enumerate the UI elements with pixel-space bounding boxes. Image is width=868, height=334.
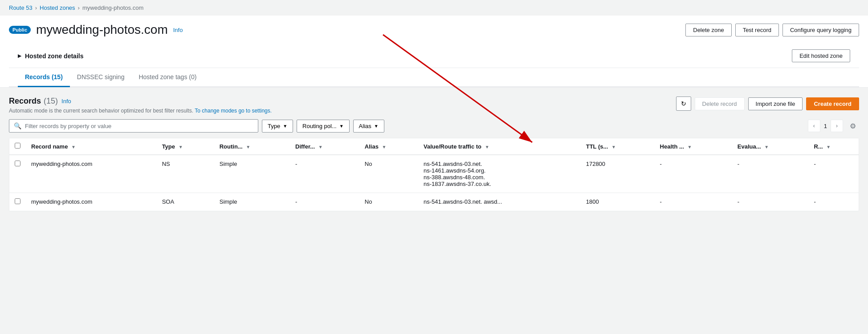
row-evalua: - [732, 193, 809, 211]
type-filter-label: Type [268, 123, 280, 129]
col-value[interactable]: Value/Route traffic to ▼ [418, 138, 581, 155]
col-health[interactable]: Health ... ▼ [655, 138, 732, 155]
row-evalua: - [732, 155, 809, 193]
page-header: Public mywedding-photos.com Info Delete … [0, 16, 868, 88]
records-count: (15) [44, 97, 58, 106]
search-icon: 🔍 [14, 122, 21, 129]
col-differ[interactable]: Differ... ▼ [290, 138, 359, 155]
row-differ: - [290, 193, 359, 211]
sort-evalua-icon: ▼ [764, 145, 769, 149]
sort-differ-icon: ▼ [318, 145, 323, 149]
test-record-button[interactable]: Test record [735, 24, 779, 36]
sort-alias-icon: ▼ [382, 145, 387, 149]
public-badge: Public [9, 26, 31, 34]
row-checkbox-0[interactable] [15, 161, 20, 166]
table-row: mywedding-photos.com SOA Simple - No ns-… [9, 193, 859, 211]
create-record-button[interactable]: Create record [806, 97, 859, 110]
refresh-button[interactable]: ↻ [676, 97, 691, 111]
row-alias: No [359, 193, 418, 211]
sort-r-icon: ▼ [826, 145, 831, 149]
records-table: Record name ▼ Type ▼ Routin... ▼ Differ.… [9, 138, 859, 211]
tab-dnssec[interactable]: DNSSEC signing [70, 68, 132, 87]
sort-value-icon: ▼ [485, 145, 489, 149]
row-value: ns-541.awsdns-03.net. awsd... [418, 193, 581, 211]
col-type[interactable]: Type ▼ [157, 138, 214, 155]
prev-page-button[interactable]: ‹ [808, 120, 820, 132]
routing-filter-label: Routing pol... [302, 123, 337, 129]
records-table-container: Record name ▼ Type ▼ Routin... ▼ Differ.… [9, 138, 859, 211]
breadcrumb-current: mywedding-photos.com [82, 4, 143, 11]
header-buttons: Delete zone Test record Configure query … [685, 24, 859, 36]
action-buttons: ↻ Delete record Import zone file Create … [676, 97, 859, 111]
alias-filter-button[interactable]: Alias ▼ [353, 120, 384, 133]
details-label: Hosted zone details [25, 52, 83, 60]
row-ttl: 1800 [581, 193, 655, 211]
tab-hosted-zone-tags[interactable]: Hosted zone tags (0) [131, 68, 204, 87]
select-all-header [9, 138, 26, 155]
row-checkbox-cell [9, 193, 26, 211]
pagination: ‹ 1 › ⚙ [808, 120, 859, 132]
type-filter-chevron: ▼ [283, 124, 287, 129]
filter-row: 🔍 Type ▼ Routing pol... ▼ Alias ▼ ‹ 1 › … [9, 119, 859, 133]
select-all-checkbox[interactable] [15, 143, 20, 149]
row-routing: Simple [214, 193, 290, 211]
row-r: - [808, 193, 859, 211]
details-section: ▶ Hosted zone details Edit hosted zone [9, 44, 859, 68]
collapse-arrow-icon: ▶ [18, 53, 21, 58]
header-info-link[interactable]: Info [173, 27, 183, 33]
row-checkbox-1[interactable] [15, 198, 20, 204]
import-zone-file-button[interactable]: Import zone file [748, 97, 803, 110]
details-toggle[interactable]: ▶ Hosted zone details [18, 52, 83, 60]
row-routing: Simple [214, 155, 290, 193]
edit-hosted-zone-button[interactable]: Edit hosted zone [792, 49, 850, 62]
row-health: - [655, 193, 732, 211]
page-number: 1 [824, 123, 827, 129]
records-info-link[interactable]: Info [61, 98, 71, 105]
row-record-name: mywedding-photos.com [26, 193, 157, 211]
sort-health-icon: ▼ [687, 145, 692, 149]
settings-link[interactable]: To change modes go to settings. [195, 108, 272, 114]
row-r: - [808, 155, 859, 193]
search-input[interactable] [25, 123, 253, 129]
tab-records[interactable]: Records (15) [18, 68, 70, 87]
row-type: NS [157, 155, 214, 193]
col-r[interactable]: R... ▼ [808, 138, 859, 155]
col-routing[interactable]: Routin... ▼ [214, 138, 290, 155]
configure-query-logging-button[interactable]: Configure query logging [782, 24, 859, 36]
row-checkbox-cell [9, 155, 26, 193]
search-box: 🔍 [9, 119, 258, 133]
row-alias: No [359, 155, 418, 193]
row-type: SOA [157, 193, 214, 211]
sort-routing-icon: ▼ [246, 145, 250, 149]
col-evalua[interactable]: Evalua... ▼ [732, 138, 809, 155]
sort-ttl-icon: ▼ [611, 145, 616, 149]
records-subtitle: Automatic mode is the current search beh… [9, 108, 272, 114]
type-filter-button[interactable]: Type ▼ [262, 120, 293, 133]
table-settings-icon[interactable]: ⚙ [847, 120, 859, 132]
records-header: Records (15) Info Automatic mode is the … [9, 97, 859, 114]
col-ttl[interactable]: TTL (s... ▼ [581, 138, 655, 155]
col-record-name[interactable]: Record name ▼ [26, 138, 157, 155]
next-page-button[interactable]: › [831, 120, 843, 132]
row-differ: - [290, 155, 359, 193]
sort-record-name-icon: ▼ [71, 145, 76, 149]
delete-record-button[interactable]: Delete record [695, 97, 745, 110]
sort-type-icon: ▼ [179, 145, 183, 149]
content-area: Records (15) Info Automatic mode is the … [0, 88, 868, 220]
routing-filter-button[interactable]: Routing pol... ▼ [297, 120, 350, 133]
breadcrumb-route53[interactable]: Route 53 [9, 4, 33, 11]
col-alias[interactable]: Alias ▼ [359, 138, 418, 155]
tabs-bar: Records (15) DNSSEC signing Hosted zone … [9, 68, 859, 87]
page-title: mywedding-photos.com [36, 23, 168, 37]
row-value: ns-541.awsdns-03.net. ns-1461.awsdns-54.… [418, 155, 581, 193]
records-title: Records [9, 97, 41, 106]
table-row: mywedding-photos.com NS Simple - No ns-5… [9, 155, 859, 193]
breadcrumb: Route 53 › Hosted zones › mywedding-phot… [0, 0, 868, 16]
delete-zone-button[interactable]: Delete zone [685, 24, 731, 36]
alias-filter-label: Alias [359, 123, 371, 129]
breadcrumb-hosted-zones[interactable]: Hosted zones [40, 4, 75, 11]
row-record-name: mywedding-photos.com [26, 155, 157, 193]
routing-filter-chevron: ▼ [339, 124, 344, 129]
alias-filter-chevron: ▼ [374, 124, 379, 129]
row-health: - [655, 155, 732, 193]
